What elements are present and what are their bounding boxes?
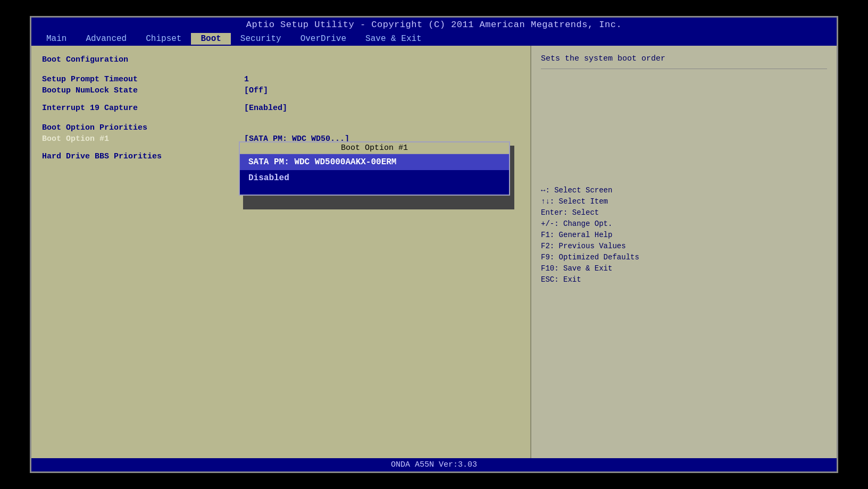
footer-text: ONDA A55N Ver:3.03 bbox=[391, 460, 477, 469]
keybind-item-2: Enter: Select bbox=[541, 208, 827, 217]
keybind-item-3: +/-: Change Opt. bbox=[541, 220, 827, 228]
menu-bar: MainAdvancedChipsetBootSecurityOverDrive… bbox=[31, 32, 837, 46]
boot-option-priorities-label: Boot Option Priorities bbox=[42, 123, 244, 132]
keybind-item-4: F1: General Help bbox=[541, 231, 827, 239]
menu-item-security[interactable]: Security bbox=[231, 33, 291, 45]
menu-item-main[interactable]: Main bbox=[37, 33, 76, 45]
popup-option-sata[interactable]: SATA PM: WDC WD5000AAKX-00ERM bbox=[240, 154, 509, 170]
interrupt-19-value: [Enabled] bbox=[244, 104, 287, 113]
menu-item-chipset[interactable]: Chipset bbox=[136, 33, 191, 45]
footer: ONDA A55N Ver:3.03 bbox=[31, 458, 837, 471]
bootup-numlock-label: Bootup NumLock State bbox=[42, 86, 244, 95]
hard-drive-bbs-label: Hard Drive BBS Priorities bbox=[42, 152, 244, 161]
boot-config-label: Boot Configuration bbox=[42, 55, 128, 64]
interrupt-19-label: Interrupt 19 Capture bbox=[42, 104, 244, 113]
bootup-numlock-value: [Off] bbox=[244, 86, 268, 95]
menu-item-saveexit[interactable]: Save & Exit bbox=[356, 33, 431, 45]
setup-prompt-timeout-value: 1 bbox=[244, 75, 249, 84]
right-panel: Sets the system boot order ↔: Select Scr… bbox=[531, 46, 837, 458]
boot-option-1-name: Boot Option #1 bbox=[42, 134, 244, 144]
title-text: Aptio Setup Utility - Copyright (C) 2011… bbox=[246, 20, 622, 30]
keybind-item-7: F10: Save & Exit bbox=[541, 264, 827, 273]
popup-option-disabled[interactable]: Disabled bbox=[240, 170, 509, 186]
keybinds: ↔: Select Screen↑↓: Select ItemEnter: Se… bbox=[541, 186, 827, 286]
keybind-item-6: F9: Optimized Defaults bbox=[541, 253, 827, 262]
title-bar: Aptio Setup Utility - Copyright (C) 2011… bbox=[31, 18, 837, 32]
keybind-item-5: F2: Previous Values bbox=[541, 242, 827, 250]
keybind-item-8: ESC: Exit bbox=[541, 275, 827, 284]
popup-overlay: Boot Option #1 SATA PM: WDC WD5000AAKX-0… bbox=[239, 141, 510, 196]
help-text: Sets the system boot order bbox=[541, 54, 827, 63]
keybind-item-0: ↔: Select Screen bbox=[541, 186, 827, 195]
menu-item-overdrive[interactable]: OverDrive bbox=[291, 33, 356, 45]
content-area: Boot Configuration Setup Prompt Timeout … bbox=[31, 46, 837, 458]
left-panel: Boot Configuration Setup Prompt Timeout … bbox=[31, 46, 531, 458]
keybind-item-1: ↑↓: Select Item bbox=[541, 197, 827, 206]
setup-prompt-timeout-label: Setup Prompt Timeout bbox=[42, 75, 244, 84]
boot-option-popup[interactable]: Boot Option #1 SATA PM: WDC WD5000AAKX-0… bbox=[239, 141, 510, 196]
bios-screen: Aptio Setup Utility - Copyright (C) 2011… bbox=[30, 16, 838, 473]
menu-item-advanced[interactable]: Advanced bbox=[76, 33, 136, 45]
popup-title: Boot Option #1 bbox=[240, 142, 509, 154]
menu-item-boot[interactable]: Boot bbox=[191, 33, 230, 45]
